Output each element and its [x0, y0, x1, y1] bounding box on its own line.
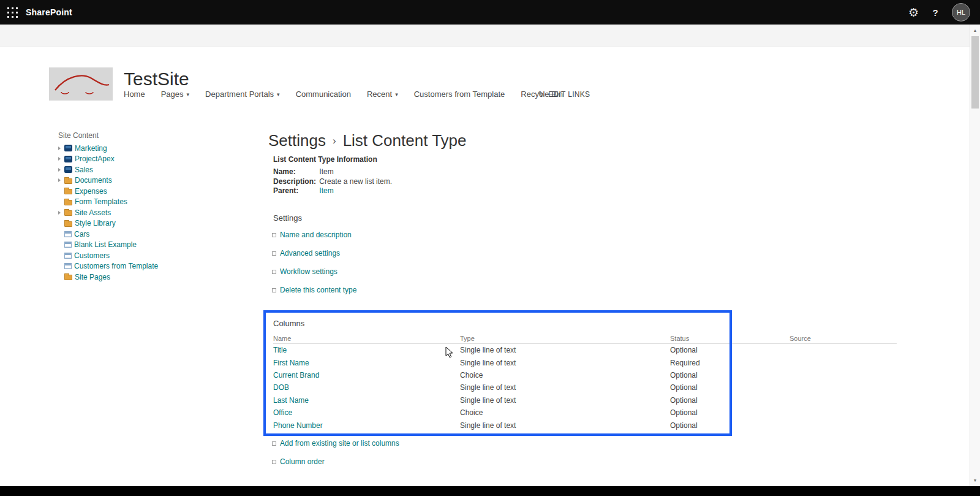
column-name-link[interactable]: Phone Number	[273, 421, 460, 430]
tree-item-label: Blank List Example	[74, 240, 137, 249]
tree-item[interactable]: Style Library	[58, 218, 260, 229]
scrollbar-thumb[interactable]	[971, 36, 979, 109]
tree-item[interactable]: Customers	[58, 250, 260, 261]
parent-label: Parent:	[273, 186, 317, 196]
expand-arrow-icon[interactable]	[58, 168, 61, 172]
column-header: Name	[273, 335, 460, 342]
breadcrumb-separator-icon: ›	[333, 129, 336, 152]
columns-footer-link[interactable]: Column order	[280, 457, 325, 466]
settings-link[interactable]: Delete this content type	[280, 286, 356, 294]
column-name-link[interactable]: Current Brand	[273, 371, 460, 380]
settings-gear-icon[interactable]: ⚙	[908, 7, 919, 18]
tree-item-icon	[64, 189, 72, 194]
columns-section-heading: Columns	[273, 319, 304, 328]
tree-item-icon	[64, 145, 72, 151]
tree-item[interactable]: Customers from Template	[58, 261, 260, 272]
settings-link[interactable]: Workflow settings	[280, 267, 337, 276]
bullet-icon	[272, 270, 276, 274]
settings-links: Name and description Advanced settings W…	[272, 231, 356, 304]
avatar[interactable]: HL	[952, 3, 970, 21]
settings-link[interactable]: Name and description	[280, 231, 352, 239]
column-type: Single line of text	[460, 383, 670, 392]
bullet-icon	[272, 251, 276, 256]
tree-item[interactable]: Documents	[58, 175, 260, 186]
column-name-link[interactable]: Title	[273, 346, 460, 354]
column-name-link[interactable]: First Name	[273, 359, 460, 367]
expander-gutter	[58, 157, 64, 161]
vertical-scrollbar[interactable]: ▲ ▼	[970, 25, 980, 486]
column-status: Optional	[670, 371, 790, 380]
columns-footer-links: Add from existing site or list columns C…	[272, 439, 399, 476]
bottom-bar	[0, 486, 980, 496]
tree-item-label: Site Assets	[75, 208, 111, 217]
breadcrumb-settings-link[interactable]: Settings	[268, 129, 326, 151]
nav-item-label: Home	[124, 90, 145, 99]
topbar-actions: ⚙ ? HL	[908, 0, 970, 25]
name-label: Name:	[273, 167, 317, 177]
tree-item[interactable]: Marketing	[58, 143, 260, 154]
page: SharePoint ⚙ ? HL TestSite Home ▾	[0, 0, 980, 496]
tree-item-icon	[64, 178, 72, 184]
expand-arrow-icon[interactable]	[58, 157, 61, 161]
app-launcher-button[interactable]	[0, 0, 24, 25]
columns-footer-link[interactable]: Add from existing site or list columns	[280, 439, 399, 448]
tree-item-label: Customers from Template	[74, 262, 158, 270]
tree-item[interactable]: Site Pages	[58, 272, 260, 283]
expand-arrow-icon[interactable]	[58, 178, 61, 182]
tree-item-icon	[64, 210, 72, 216]
site-logo[interactable]	[49, 67, 113, 101]
table-row: DOB Single line of text Optional	[273, 381, 897, 394]
tree-item-label: Marketing	[75, 144, 107, 153]
nav-item-label: Pages	[161, 90, 184, 99]
top-app-bar: SharePoint ⚙ ? HL	[0, 0, 980, 25]
tree-item-label: Form Templates	[75, 197, 127, 206]
expand-arrow-icon[interactable]	[58, 211, 61, 215]
site-content-tree: Marketing ProjectApex Sales Documents	[58, 143, 260, 283]
nav-item[interactable]: Pages ▾	[161, 90, 189, 99]
column-status: Optional	[670, 408, 790, 417]
main-content: Settings › List Content Type List Conten…	[268, 0, 905, 486]
tree-item[interactable]: Sales	[58, 164, 260, 175]
tree-item[interactable]: Site Assets	[58, 207, 260, 218]
parent-value-link[interactable]: Item	[319, 186, 333, 195]
sharepoint-brand: SharePoint	[26, 7, 72, 17]
settings-link[interactable]: Advanced settings	[280, 249, 340, 258]
column-name-link[interactable]: Office	[273, 408, 460, 417]
column-header: Source	[790, 335, 897, 342]
expand-arrow-icon[interactable]	[58, 147, 61, 150]
tree-item[interactable]: Form Templates	[58, 197, 260, 208]
help-icon[interactable]: ?	[931, 7, 940, 18]
bullet-icon	[272, 233, 276, 237]
column-name-link[interactable]: Last Name	[273, 396, 460, 405]
column-header: Type	[460, 335, 670, 342]
content-type-info: List Content Type Information Name: Item…	[273, 155, 392, 196]
tree-item-label: Style Library	[75, 219, 116, 227]
nav-item[interactable]: Home ▾	[124, 90, 145, 99]
tree-item-label: Site Pages	[75, 273, 110, 281]
scroll-down-arrow[interactable]: ▼	[970, 476, 980, 485]
tree-item[interactable]: ProjectApex	[58, 154, 260, 165]
tree-item[interactable]: Cars	[58, 229, 260, 240]
column-status: Optional	[670, 421, 790, 430]
columns-table-header: Name Type Status Source	[273, 333, 897, 344]
columns-table-body: Title Single line of text Optional First…	[273, 344, 897, 432]
tree-item-label: Expenses	[75, 187, 107, 196]
site-title: TestSite	[124, 68, 189, 90]
nav-item-label: Department Portals	[205, 90, 274, 99]
info-heading: List Content Type Information	[273, 155, 392, 164]
info-row-description: Description: Create a new list item.	[273, 177, 392, 187]
column-status: Optional	[670, 396, 790, 405]
scroll-up-arrow[interactable]: ▲	[970, 26, 980, 35]
tree-item[interactable]: Blank List Example	[58, 240, 260, 251]
column-status: Optional	[670, 346, 790, 354]
table-row: Phone Number Single line of text Optiona…	[273, 419, 897, 431]
table-row: Current Brand Choice Optional	[273, 369, 897, 381]
table-row: Last Name Single line of text Optional	[273, 394, 897, 406]
column-name-link[interactable]: DOB	[273, 383, 460, 392]
info-row-parent: Parent: Item	[273, 186, 392, 196]
tree-item-icon	[64, 242, 72, 248]
tree-item-label: Documents	[75, 176, 112, 185]
settings-link-row: Name and description	[272, 231, 356, 239]
tree-item[interactable]: Expenses	[58, 186, 260, 197]
columns-table: Name Type Status Source Title Single lin…	[273, 333, 897, 432]
